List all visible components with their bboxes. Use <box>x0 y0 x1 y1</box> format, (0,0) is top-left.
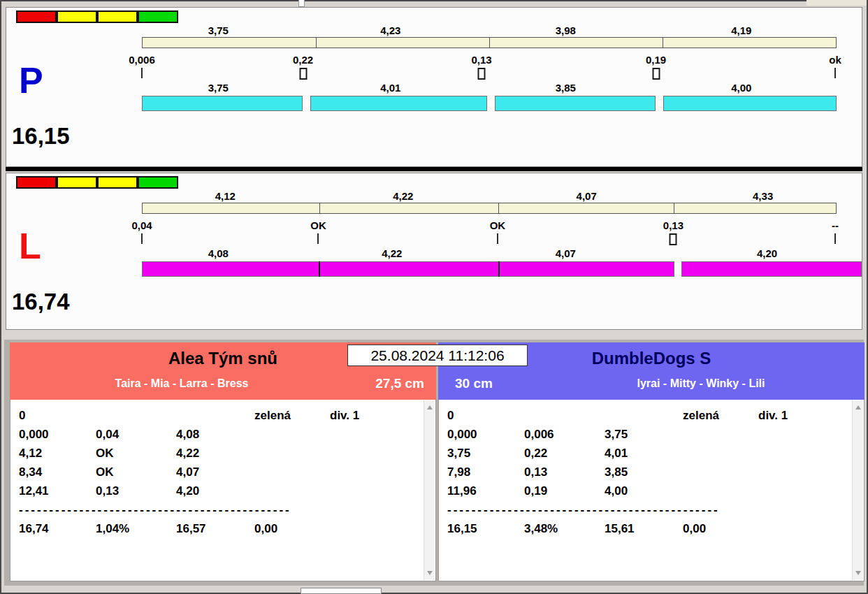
cell <box>254 444 330 463</box>
cell: 0 <box>19 406 96 425</box>
cell <box>758 463 847 481</box>
start-light-yellow-2 <box>97 10 138 23</box>
cell <box>683 481 758 500</box>
cell <box>330 519 419 538</box>
cell <box>683 463 758 481</box>
result-rows: 0zelenádiv. 1 0,0000,0063,75 3,750,224,0… <box>447 406 847 538</box>
cell: zelená <box>254 406 330 425</box>
dog-time: 4,08 <box>208 247 229 259</box>
lane-p-change-markers <box>142 68 837 82</box>
cell: 4,00 <box>605 481 683 500</box>
cell: 0,13 <box>96 481 176 500</box>
lane-l-track <box>142 203 837 214</box>
cell: 4,20 <box>176 481 254 500</box>
change-time: 0,13 <box>663 219 683 231</box>
cell: 3,75 <box>447 444 524 463</box>
cell: zelená <box>683 406 758 425</box>
box-marker <box>652 68 660 80</box>
results-section: Alea Tým snů Taira - Mia - Larra - Bress… <box>4 340 864 586</box>
totals-row: 16,153,48%15,610,00 <box>447 519 847 538</box>
cell: 0,000 <box>19 425 96 444</box>
cell <box>96 406 176 425</box>
scrollbar[interactable] <box>852 400 863 580</box>
start-light-yellow-2 <box>97 176 138 189</box>
cell <box>254 463 330 481</box>
result-rows: 0zelenádiv. 1 0,0000,044,08 4,12OK4,22 8… <box>19 406 419 538</box>
timestamp: 25.08.2024 11:12:06 <box>347 345 528 366</box>
dog-time: 3,85 <box>556 82 576 94</box>
change-time: OK <box>310 219 326 231</box>
cell: 0,00 <box>683 519 758 538</box>
start-light-red <box>16 10 57 23</box>
result-row: 8,34OK4,07 <box>19 463 419 481</box>
cell <box>683 444 758 463</box>
time-bar <box>663 96 837 111</box>
separator-line: ----------------------------------------… <box>19 500 419 519</box>
time-bar <box>681 261 862 277</box>
split-time: 4,12 <box>215 190 236 202</box>
separator-line: ----------------------------------------… <box>447 500 847 519</box>
change-time: OK <box>490 219 506 231</box>
jump-height: 30 cm <box>455 376 493 391</box>
lane-p-total-time: 16,15 <box>12 124 70 149</box>
lane-l-total-time: 16,74 <box>12 289 70 314</box>
scrollbar[interactable] <box>424 400 435 580</box>
totals-row: 16,741,04%16,570,00 <box>19 519 419 538</box>
window-artifact-bottom-box <box>301 588 382 594</box>
split-time: 4,22 <box>393 190 413 202</box>
change-time: ok <box>829 54 841 66</box>
lane-panel-p: 3,75 4,23 3,98 4,19 0,006 0,22 0,13 0,19… <box>6 7 862 167</box>
team-left-results: 0zelenádiv. 1 0,0000,044,08 4,12OK4,22 8… <box>10 400 436 581</box>
lane-l-change-times: 0,04 OK OK 0,13 -- <box>142 219 837 232</box>
cell: div. 1 <box>330 406 419 425</box>
box-marker <box>478 68 486 80</box>
result-row: 0zelenádiv. 1 <box>19 406 419 425</box>
cell: 0,19 <box>524 481 605 500</box>
team-right-results: 0zelenádiv. 1 0,0000,0063,75 3,750,224,0… <box>438 400 865 581</box>
change-time: 0,04 <box>131 219 152 231</box>
split-time: 3,98 <box>556 24 576 36</box>
cell: 4,12 <box>19 444 96 463</box>
result-row: 11,960,194,00 <box>447 481 847 500</box>
cell: 3,48% <box>524 519 605 538</box>
tick-marker <box>141 68 143 78</box>
cell <box>758 519 847 538</box>
lane-p-change-times: 0,006 0,22 0,13 0,19 ok <box>142 54 837 66</box>
dog-time: 4,01 <box>380 82 400 94</box>
team-dogs: lyrai - Mitty - Winky - Lili <box>537 377 865 390</box>
time-bar <box>495 96 656 111</box>
cell: 16,57 <box>176 519 254 538</box>
tick-marker <box>141 233 143 244</box>
scroll-down-arrow-icon[interactable] <box>853 567 863 579</box>
cell: 4,01 <box>605 444 683 463</box>
cell: 0,006 <box>524 425 605 444</box>
scroll-up-arrow-icon[interactable] <box>424 402 435 413</box>
lane-l-dog-times: 4,08 4,22 4,07 4,20 <box>142 247 837 260</box>
change-time: 0,13 <box>471 54 491 66</box>
cell <box>330 463 419 481</box>
start-light-yellow-1 <box>57 176 97 189</box>
cell: OK <box>96 463 176 481</box>
start-light-green <box>138 10 178 23</box>
tick-marker <box>497 233 498 244</box>
cell: OK <box>96 444 176 463</box>
result-row: 12,410,134,20 <box>19 481 419 500</box>
split-time: 4,19 <box>731 24 751 36</box>
time-bar <box>142 96 303 111</box>
scroll-up-arrow-icon[interactable] <box>853 402 863 413</box>
dog-time: 4,07 <box>556 247 576 259</box>
lane-p-letter: P <box>19 62 43 99</box>
cell: 0,000 <box>447 425 524 444</box>
dog-time: 4,00 <box>731 82 751 94</box>
cell <box>605 406 683 425</box>
dog-time: 3,75 <box>208 82 229 94</box>
tick-marker <box>834 68 836 78</box>
cell: 0,00 <box>254 519 330 538</box>
cell <box>254 425 330 444</box>
window-artifact-top-notch <box>298 0 305 7</box>
cell: 0,04 <box>96 425 176 444</box>
cell: 16,74 <box>19 519 96 538</box>
scroll-down-arrow-icon[interactable] <box>424 567 435 579</box>
cell <box>330 444 419 463</box>
cell <box>758 425 847 444</box>
